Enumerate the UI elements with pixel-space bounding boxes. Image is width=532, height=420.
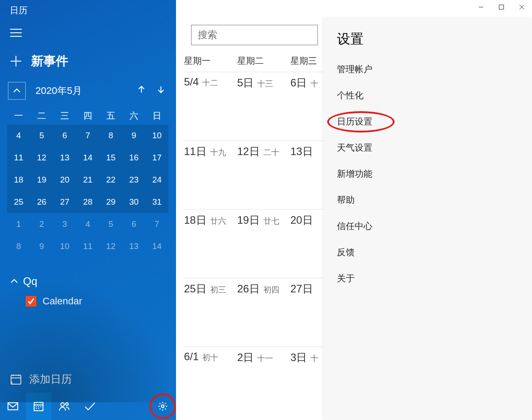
mini-day[interactable]: 14 [145, 235, 168, 257]
mini-day[interactable]: 19 [30, 169, 53, 191]
mini-day[interactable]: 11 [76, 235, 99, 257]
mini-day[interactable]: 23 [122, 169, 145, 191]
mini-day[interactable]: 27 [53, 191, 76, 213]
calendar-button[interactable] [26, 393, 51, 420]
settings-item[interactable]: 帮助 [324, 187, 532, 213]
account-name: Qq [23, 275, 37, 288]
mini-day[interactable]: 1 [7, 213, 30, 235]
mini-day[interactable]: 13 [122, 235, 145, 257]
settings-item[interactable]: 天气设置 [324, 135, 532, 161]
mini-weekday: 一 [7, 107, 30, 124]
settings-item-label: 管理帐户 [337, 64, 372, 74]
mini-day[interactable]: 4 [7, 124, 30, 147]
day-cell[interactable]: 18日廿六 [183, 210, 236, 278]
mini-day[interactable]: 5 [99, 213, 122, 235]
mini-day[interactable]: 18 [7, 169, 30, 191]
settings-title: 设置 [324, 18, 532, 56]
month-label: 2020年5月 [26, 84, 137, 97]
lunar-label: 廿七 [263, 216, 279, 226]
mini-day[interactable]: 6 [53, 124, 76, 147]
mini-day[interactable]: 12 [30, 147, 53, 169]
day-cell[interactable]: 2日十一 [236, 347, 289, 415]
mini-day[interactable]: 31 [145, 191, 168, 213]
mini-day[interactable]: 24 [145, 169, 168, 191]
settings-item[interactable]: 关于 [324, 265, 532, 292]
settings-item-label: 帮助 [337, 195, 355, 205]
settings-item[interactable]: 反馈 [324, 239, 532, 265]
mini-day[interactable]: 8 [7, 235, 30, 257]
mini-day[interactable]: 21 [76, 169, 99, 191]
mini-day[interactable]: 14 [76, 147, 99, 169]
mini-day[interactable]: 20 [53, 169, 76, 191]
calendar-checkbox-row[interactable]: Calendar [0, 292, 176, 311]
settings-item[interactable]: 新增功能 [324, 161, 532, 187]
minimize-button[interactable] [471, 0, 491, 14]
weekday-header: 星期二 [237, 55, 290, 67]
calendar-checkbox[interactable] [26, 296, 36, 307]
mini-day[interactable]: 11 [7, 147, 30, 169]
day-cell[interactable]: 19日廿七 [236, 210, 289, 278]
settings-button[interactable] [149, 393, 176, 419]
day-cell[interactable]: 12日二十 [236, 141, 289, 209]
mini-day[interactable]: 12 [99, 235, 122, 257]
new-event-button[interactable]: 新事件 [0, 44, 176, 78]
account-toggle[interactable]: Qq [0, 257, 176, 292]
day-cell[interactable]: 6/1初十 [183, 347, 236, 415]
svg-rect-0 [11, 375, 21, 384]
add-calendar-button[interactable]: 添加日历 [0, 368, 82, 391]
mini-day[interactable]: 29 [99, 191, 122, 213]
settings-item[interactable]: 日历设置 [324, 109, 532, 135]
settings-item[interactable]: 个性化 [324, 82, 532, 109]
mini-day[interactable]: 17 [145, 147, 168, 169]
mini-day[interactable]: 15 [99, 147, 122, 169]
hamburger-button[interactable] [0, 19, 25, 44]
mini-day[interactable]: 10 [53, 235, 76, 257]
mini-day[interactable]: 22 [99, 169, 122, 191]
maximize-button[interactable] [491, 0, 512, 14]
mini-day[interactable]: 7 [76, 124, 99, 147]
mini-day[interactable]: 2 [30, 213, 53, 235]
day-cell[interactable]: 5/4十二 [183, 72, 236, 140]
mini-day[interactable]: 3 [53, 213, 76, 235]
mini-day[interactable]: 13 [53, 147, 76, 169]
todo-button[interactable] [77, 393, 103, 420]
close-button[interactable] [512, 0, 532, 14]
svg-rect-1 [8, 403, 18, 410]
mini-day[interactable]: 26 [30, 191, 53, 213]
mini-day[interactable]: 9 [30, 235, 53, 257]
day-cell[interactable]: 26日初四 [236, 278, 289, 346]
main-area: 搜索 星期一星期二星期三 5/4十二5日十三6日十11日十九12日二十13日18… [176, 0, 532, 420]
day-cell[interactable]: 25日初三 [183, 278, 236, 346]
window-controls [471, 0, 532, 18]
maximize-icon [499, 4, 504, 10]
settings-item[interactable]: 管理帐户 [324, 56, 532, 82]
day-number: 11日 [184, 144, 207, 159]
mini-day[interactable]: 8 [99, 124, 122, 147]
settings-item[interactable]: 信任中心 [324, 213, 532, 239]
day-number: 3日 [290, 350, 307, 365]
day-cell[interactable]: 11日十九 [183, 141, 236, 209]
settings-item-label: 新增功能 [337, 169, 372, 179]
search-input[interactable]: 搜索 [191, 25, 318, 45]
mini-day[interactable]: 7 [145, 213, 168, 235]
day-cell[interactable]: 5日十三 [236, 72, 289, 140]
mail-button[interactable] [0, 393, 26, 420]
mini-day[interactable]: 16 [122, 147, 145, 169]
mini-day[interactable]: 30 [122, 191, 145, 213]
collapse-month-button[interactable] [8, 82, 26, 100]
next-month-button[interactable] [156, 85, 165, 97]
mini-day[interactable]: 6 [122, 213, 145, 235]
mini-weekday: 三 [53, 107, 76, 124]
mini-day[interactable]: 28 [76, 191, 99, 213]
settings-item-label: 个性化 [337, 90, 364, 100]
lunar-label: 十一 [257, 353, 273, 364]
mini-day[interactable]: 5 [30, 124, 53, 147]
prev-month-button[interactable] [137, 85, 146, 97]
mini-day[interactable]: 25 [7, 191, 30, 213]
mini-day[interactable]: 4 [76, 213, 99, 235]
mini-day[interactable]: 10 [145, 124, 168, 147]
mini-day[interactable]: 9 [122, 124, 145, 147]
check-diamond-icon [84, 401, 96, 412]
lunar-label: 廿六 [210, 216, 226, 226]
people-button[interactable] [51, 393, 77, 420]
